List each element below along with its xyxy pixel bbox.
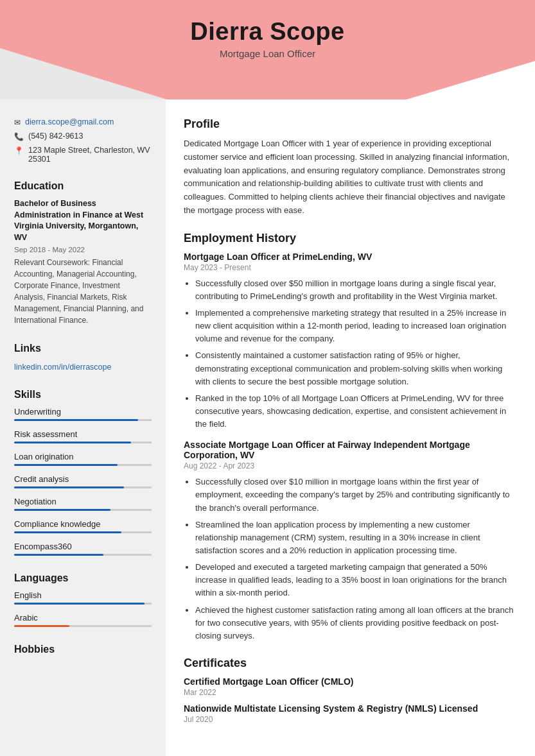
skill-item: Encompass360 — [14, 542, 152, 556]
language-name: English — [14, 590, 152, 600]
skill-bar-fill — [14, 486, 124, 488]
cert-date: Jul 2020 — [184, 715, 514, 724]
cert-title: Nationwide Multistate Licensing System &… — [184, 703, 514, 714]
skills-section: Skills Underwriting Risk assessment Loan… — [14, 389, 152, 556]
skill-name: Compliance knowledge — [14, 519, 152, 529]
cert-title: Certified Mortgage Loan Officer (CMLO) — [184, 676, 514, 687]
skill-name: Loan origination — [14, 452, 152, 461]
job-dates: Aug 2022 - Apr 2023 — [184, 461, 514, 470]
employment-section-title: Employment History — [184, 232, 514, 245]
sidebar: ✉ dierra.scope@gmail.com 📞 (545) 842-961… — [0, 99, 166, 756]
skills-container: Underwriting Risk assessment Loan origin… — [14, 407, 152, 556]
job-entry: Associate Mortgage Loan Officer at Fairw… — [184, 440, 514, 642]
language-item: Arabic — [14, 613, 152, 627]
skill-bar-bg — [14, 531, 152, 533]
skill-item: Loan origination — [14, 452, 152, 466]
job-bullet: Successfully closed over $50 million in … — [195, 277, 514, 303]
skill-bar-bg — [14, 419, 152, 421]
header-decoration-right — [407, 61, 535, 99]
job-entry: Mortgage Loan Officer at PrimeLending, W… — [184, 252, 514, 431]
links-section: Links linkedin.com/in/dierrascope — [14, 343, 152, 372]
education-section: Education Bachelor of Business Administr… — [14, 180, 152, 326]
skill-bar-bg — [14, 464, 152, 466]
email-icon: ✉ — [14, 118, 21, 127]
job-bullet: Achieved the highest customer satisfacti… — [195, 604, 514, 642]
body: ✉ dierra.scope@gmail.com 📞 (545) 842-961… — [0, 99, 535, 756]
education-degree: Bachelor of Business Administration in F… — [14, 198, 152, 243]
linkedin-link[interactable]: linkedin.com/in/dierrascope — [14, 363, 111, 372]
job-bullet: Successfully closed over $10 million in … — [195, 476, 514, 514]
job-title: Associate Mortgage Loan Officer at Fairw… — [184, 440, 514, 460]
header: Dierra Scope Mortgage Loan Officer — [0, 0, 535, 99]
language-bar-fill — [14, 603, 145, 605]
education-dates: Sep 2018 - May 2022 — [14, 246, 152, 253]
phone-icon: 📞 — [14, 132, 24, 141]
skill-name: Negotiation — [14, 497, 152, 506]
skills-title: Skills — [14, 389, 152, 400]
skill-name: Encompass360 — [14, 542, 152, 551]
skill-item: Compliance knowledge — [14, 519, 152, 533]
jobs-container: Mortgage Loan Officer at PrimeLending, W… — [184, 252, 514, 642]
cert-entry: Nationwide Multistate Licensing System &… — [184, 703, 514, 724]
email-link[interactable]: dierra.scope@gmail.com — [25, 117, 114, 126]
job-bullet: Streamlined the loan application process… — [195, 519, 514, 557]
languages-container: English Arabic — [14, 590, 152, 627]
skill-bar-bg — [14, 554, 152, 556]
cert-entry: Certified Mortgage Loan Officer (CMLO) M… — [184, 676, 514, 697]
candidate-name: Dierra Scope — [0, 18, 535, 46]
location-icon: 📍 — [14, 146, 24, 155]
skill-bar-bg — [14, 509, 152, 511]
language-item: English — [14, 590, 152, 605]
job-bullet: Implemented a comprehensive marketing st… — [195, 307, 514, 345]
contact-section: ✉ dierra.scope@gmail.com 📞 (545) 842-961… — [14, 117, 152, 164]
profile-text: Dedicated Mortgage Loan Officer with 1 y… — [184, 137, 514, 218]
skill-item: Credit analysis — [14, 474, 152, 488]
job-dates: May 2023 - Present — [184, 263, 514, 272]
skill-bar-bg — [14, 486, 152, 488]
certificates-section-title: Certificates — [184, 657, 514, 670]
cert-date: Mar 2022 — [184, 688, 514, 697]
skill-bar-fill — [14, 442, 131, 443]
address-text: 123 Maple Street, Charleston, WV 25301 — [28, 146, 152, 164]
education-coursework: Relevant Coursework: Financial Accountin… — [14, 257, 152, 326]
skill-item: Negotiation — [14, 497, 152, 511]
education-title: Education — [14, 180, 152, 192]
resume: Dierra Scope Mortgage Loan Officer ✉ die… — [0, 0, 535, 756]
certificates-section: Certificates Certified Mortgage Loan Off… — [184, 657, 514, 724]
header-content: Dierra Scope Mortgage Loan Officer — [0, 0, 535, 59]
skill-name: Underwriting — [14, 407, 152, 417]
employment-section: Employment History Mortgage Loan Officer… — [184, 232, 514, 642]
profile-section: Profile Dedicated Mortgage Loan Officer … — [184, 117, 514, 218]
email-item: ✉ dierra.scope@gmail.com — [14, 117, 152, 127]
phone-item: 📞 (545) 842-9613 — [14, 132, 152, 141]
language-bar-bg — [14, 625, 152, 627]
hobbies-section: Hobbies — [14, 644, 152, 655]
language-bar-bg — [14, 603, 152, 605]
main-content: Profile Dedicated Mortgage Loan Officer … — [166, 99, 535, 756]
languages-title: Languages — [14, 572, 152, 584]
job-bullets-list: Successfully closed over $50 million in … — [184, 277, 514, 431]
skill-bar-fill — [14, 419, 138, 421]
job-title: Mortgage Loan Officer at PrimeLending, W… — [184, 252, 514, 262]
hobbies-title: Hobbies — [14, 644, 152, 655]
job-bullet: Developed and executed a targeted market… — [195, 561, 514, 599]
skill-bar-fill — [14, 509, 110, 511]
skill-bar-bg — [14, 442, 152, 443]
skill-bar-fill — [14, 464, 118, 466]
skill-item: Underwriting — [14, 407, 152, 421]
job-bullet: Consistently maintained a customer satis… — [195, 349, 514, 388]
job-bullet: Ranked in the top 10% of all Mortgage Lo… — [195, 392, 514, 431]
skill-name: Credit analysis — [14, 474, 152, 484]
profile-section-title: Profile — [184, 117, 514, 131]
job-bullets-list: Successfully closed over $10 million in … — [184, 476, 514, 642]
linkedin-item: linkedin.com/in/dierrascope — [14, 361, 152, 372]
candidate-title: Mortgage Loan Officer — [0, 48, 535, 59]
skill-name: Risk assessment — [14, 429, 152, 439]
language-name: Arabic — [14, 613, 152, 623]
address-item: 📍 123 Maple Street, Charleston, WV 25301 — [14, 146, 152, 164]
links-title: Links — [14, 343, 152, 354]
phone-number: (545) 842-9613 — [28, 132, 83, 141]
skill-bar-fill — [14, 554, 103, 556]
certs-container: Certified Mortgage Loan Officer (CMLO) M… — [184, 676, 514, 724]
skill-bar-fill — [14, 531, 121, 533]
